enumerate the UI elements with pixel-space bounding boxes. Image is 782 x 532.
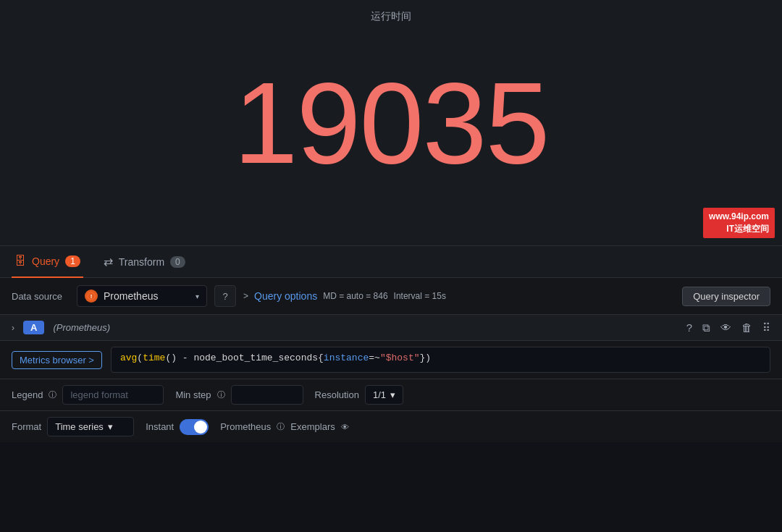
query-label-a[interactable]: A [23, 321, 44, 334]
chevron-down-icon: ▾ [196, 292, 199, 300]
query-avg-text: avg [120, 352, 137, 363]
collapse-icon[interactable]: › [12, 323, 14, 333]
query-label-op: =~ [369, 352, 380, 363]
watermark-line2: IT运维空间 [709, 223, 769, 235]
tab-transform-label: Transform [119, 256, 164, 268]
resolution-select[interactable]: 1/1 ▾ [365, 385, 403, 405]
tab-query-badge: 1 [65, 256, 80, 267]
tab-query-label: Query [32, 256, 59, 267]
transform-icon: ⇄ [104, 255, 113, 269]
exemplars-source: Prometheus [220, 421, 271, 432]
query-paren-open: ( [137, 352, 143, 363]
exemplars-label: Exemplars [290, 421, 335, 432]
viz-value: 19035 [234, 65, 549, 181]
exemplars-info-icon[interactable]: ⓘ [277, 421, 285, 432]
legend-group: Legend ⓘ [12, 385, 164, 405]
instant-group: Instant [146, 419, 209, 435]
exemplars-group: Prometheus ⓘ Exemplars 👁 [220, 421, 349, 432]
svg-text:!: ! [91, 293, 93, 300]
resolution-label: Resolution [315, 389, 359, 400]
min-step-input[interactable] [231, 385, 303, 405]
query-label-key: instance [324, 352, 369, 363]
format-value: Time series [55, 421, 104, 432]
datasource-select[interactable]: ! Prometheus ▾ [77, 285, 207, 307]
viz-title: 运行时间 [371, 10, 411, 23]
query-brace-close: }) [420, 352, 432, 363]
format-group: Format Time series ▾ [12, 417, 134, 436]
tab-transform-badge: 0 [170, 256, 185, 268]
query-source-italic: (Prometheus) [53, 322, 110, 333]
exemplars-eye-icon[interactable]: 👁 [341, 423, 349, 431]
drag-icon[interactable]: ⠿ [762, 321, 770, 334]
query-label-val: "$host" [380, 352, 420, 363]
tab-query[interactable]: 🗄 Query 1 [12, 246, 83, 278]
help-icon: ? [222, 291, 227, 302]
instant-toggle[interactable] [180, 419, 209, 435]
query-metric-text: node_boot_time_seconds [193, 352, 318, 363]
legend-label: Legend [12, 389, 43, 400]
datasource-row: Data source ! Prometheus ▾ ? > Query opt… [0, 278, 782, 315]
database-icon: 🗄 [14, 255, 26, 268]
md-label: MD = auto = 846 [323, 291, 387, 301]
query-a-header: › A (Prometheus) ? ⧉ 👁 🗑 ⠿ [0, 315, 782, 341]
query-brace-open: { [318, 352, 324, 363]
prometheus-icon: ! [85, 290, 98, 303]
query-options-link[interactable]: Query options [254, 290, 317, 302]
min-step-group: Min step ⓘ [175, 385, 303, 405]
query-options-area: > Query options MD = auto = 846 Interval… [243, 290, 675, 302]
query-time-text: time [143, 352, 165, 363]
watermark: www.94ip.com IT运维空间 [703, 208, 775, 238]
copy-icon[interactable]: ⧉ [702, 321, 710, 334]
tabs-bar: 🗄 Query 1 ⇄ Transform 0 [0, 246, 782, 278]
tab-transform[interactable]: ⇄ Transform 0 [101, 246, 188, 278]
datasource-name: Prometheus [104, 290, 190, 302]
query-meta: MD = auto = 846 Interval = 15s [323, 291, 446, 301]
format-row: Format Time series ▾ Instant Prometheus … [0, 411, 782, 442]
help-button[interactable]: ? [214, 285, 236, 307]
eye-icon[interactable]: 👁 [720, 321, 731, 334]
resolution-value: 1/1 [373, 389, 386, 400]
datasource-label: Data source [12, 291, 70, 302]
legend-info-icon[interactable]: ⓘ [49, 389, 56, 400]
format-chevron-icon: ▾ [108, 421, 113, 432]
legend-row: Legend ⓘ Min step ⓘ Resolution 1/1 ▾ [0, 379, 782, 411]
expand-icon[interactable]: > [243, 291, 248, 301]
min-step-label: Min step [175, 389, 211, 400]
format-label: Format [12, 421, 41, 432]
query-input[interactable]: avg(time() - node_boot_time_seconds{inst… [111, 347, 770, 373]
delete-icon[interactable]: 🗑 [741, 321, 752, 334]
help-query-icon[interactable]: ? [686, 321, 692, 334]
metrics-browser-button[interactable]: Metrics browser > [12, 351, 102, 369]
query-expression-row: Metrics browser > avg(time() - node_boot… [0, 341, 782, 379]
min-step-info-icon[interactable]: ⓘ [217, 389, 225, 400]
format-select[interactable]: Time series ▾ [47, 417, 134, 436]
instant-label: Instant [146, 421, 174, 432]
query-a-actions: ? ⧉ 👁 🗑 ⠿ [686, 321, 770, 334]
interval-label: Interval = 15s [394, 291, 446, 301]
resolution-group: Resolution 1/1 ▾ [315, 385, 404, 405]
viz-panel: 运行时间 19035 www.94ip.com IT运维空间 [0, 0, 782, 246]
watermark-line1: www.94ip.com [709, 211, 769, 223]
legend-input[interactable] [62, 385, 164, 405]
query-time-parens: () - [165, 352, 193, 363]
resolution-chevron-icon: ▾ [390, 389, 395, 400]
query-inspector-button[interactable]: Query inspector [682, 287, 770, 306]
